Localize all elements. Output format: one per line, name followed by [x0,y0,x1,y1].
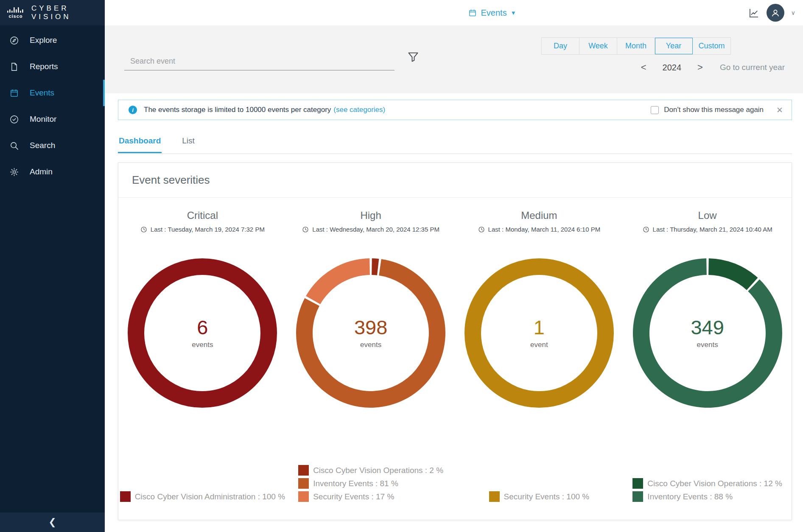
banner-message: The events storage is limited to 10000 e… [144,106,331,114]
period-tab-month[interactable]: Month [617,38,655,54]
clock-icon [643,226,649,233]
sidebar-item-label: Explore [30,36,57,45]
severity-donut-chart[interactable]: 398 events [294,257,447,409]
activity-chart-icon[interactable] [748,7,760,19]
document-icon [9,62,19,72]
app-root: cisco CYBER VISION Explore Reports Event… [0,0,803,532]
severity-title: Low [698,210,717,221]
legend-item[interactable]: Cisco Cyber Vision Operations : 2 % [298,465,443,476]
dont-show-again-label: Don't show this message again [664,106,764,114]
severity-title: High [360,210,381,221]
legend-item[interactable]: Security Events : 17 % [298,491,443,502]
legend-item[interactable]: Inventory Events : 88 % [632,491,782,502]
current-year-value: 2024 [652,63,693,73]
donut-legend: Security Events : 100 % [489,491,590,502]
legend-item[interactable]: Security Events : 100 % [489,491,590,502]
sidebar-item-explore[interactable]: Explore [0,27,105,53]
user-menu-chevron-icon[interactable]: ∨ [791,9,795,16]
severity-last-event: Last : Monday, March 11, 2024 6:10 PM [478,226,601,233]
legend-swatch [120,491,131,502]
clock-icon [302,226,309,233]
chevron-down-icon: ▼ [511,10,516,16]
legend-label: Cisco Cyber Vision Administration : 100 … [135,492,285,501]
legend-item[interactable]: Cisco Cyber Vision Operations : 12 % [632,478,782,489]
panel-title: Event severities [132,174,210,187]
sidebar-header: cisco CYBER VISION [0,0,105,25]
event-severities-panel: Event severities Critical Last : Tuesday… [118,162,792,520]
sidebar-item-label: Search [30,141,55,150]
sidebar-item-monitor[interactable]: Monitor [0,106,105,132]
severity-donut-chart[interactable]: 6 events [126,257,279,409]
severity-donut-chart[interactable]: 349 events [631,257,784,409]
close-icon[interactable]: ✕ [776,105,783,115]
search-field-wrap [124,54,395,70]
sidebar-nav: Explore Reports Events Monitor Search Ad… [0,25,105,185]
cisco-logo-icon: cisco [7,7,25,19]
legend-label: Inventory Events : 81 % [313,479,398,488]
filter-funnel-icon[interactable] [407,50,420,64]
legend-swatch [298,491,309,502]
severity-title: Critical [187,210,218,221]
donut-legend: Cisco Cyber Vision Administration : 100 … [120,491,285,502]
clock-icon [140,226,147,233]
period-tabs: DayWeekMonthYearCustom [541,37,731,55]
filter-band: DayWeekMonthYearCustom < 2024 > Go to cu… [105,25,803,93]
next-year-button[interactable]: > [692,62,708,73]
legend-item[interactable]: Inventory Events : 81 % [298,478,443,489]
sidebar-item-search[interactable]: Search [0,132,105,159]
year-navigation: < 2024 > Go to current year [636,59,785,76]
tab-list[interactable]: List [181,134,196,152]
clock-icon [478,226,485,233]
severity-column-medium: Medium Last : Monday, March 11, 2024 6:1… [455,198,624,520]
user-avatar[interactable] [767,4,784,22]
calendar-icon [9,88,19,98]
legend-label: Cisco Cyber Vision Operations : 12 % [647,479,782,488]
main-area: Events ▼ ∨ [105,0,803,532]
sidebar-item-admin[interactable]: Admin [0,159,105,185]
page-selector-label: Events [481,8,506,18]
severity-column-high: High Last : Wednesday, March 20, 2024 12… [287,198,455,520]
content: i The events storage is limited to 10000… [105,93,803,532]
topbar: Events ▼ ∨ [105,0,803,25]
sidebar-item-label: Events [30,88,54,98]
cisco-wordmark: cisco [8,14,22,19]
sidebar-item-reports[interactable]: Reports [0,53,105,80]
period-tab-day[interactable]: Day [542,38,579,54]
previous-year-button[interactable]: < [636,62,652,73]
compass-icon [9,36,19,45]
brand-name: CYBER VISION [31,4,105,21]
gear-icon [9,167,19,177]
content-tabs: DashboardList [118,134,792,154]
topbar-right: ∨ [748,0,795,25]
monitor-icon [9,115,19,124]
sidebar-item-label: Monitor [30,115,56,124]
sidebar-item-label: Admin [30,167,53,176]
panel-header: Event severities [118,163,792,198]
severity-column-critical: Critical Last : Tuesday, March 19, 2024 … [118,198,287,520]
severity-last-event: Last : Wednesday, March 20, 2024 12:35 P… [302,226,439,233]
severity-last-event: Last : Thursday, March 21, 2024 10:40 AM [643,226,772,233]
sidebar-item-events[interactable]: Events [0,80,105,106]
period-tab-week[interactable]: Week [579,38,617,54]
severity-title: Medium [521,210,557,221]
legend-label: Security Events : 17 % [313,492,394,501]
sidebar-collapse-button[interactable]: ❮ [0,512,105,532]
sidebar: cisco CYBER VISION Explore Reports Event… [0,0,105,532]
legend-swatch [489,491,500,502]
period-tab-custom[interactable]: Custom [693,38,730,54]
tab-dashboard[interactable]: Dashboard [118,134,162,152]
page-selector[interactable]: Events ▼ [468,0,516,25]
period-tab-year[interactable]: Year [655,38,693,54]
legend-swatch [632,491,643,502]
go-to-current-year-link[interactable]: Go to current year [720,63,785,72]
search-input[interactable] [124,54,395,70]
collapse-chevron-icon: ❮ [48,517,56,528]
see-categories-link[interactable]: (see categories) [333,106,385,114]
legend-item[interactable]: Cisco Cyber Vision Administration : 100 … [120,491,285,502]
severity-donut-chart[interactable]: 1 event [463,257,616,409]
sidebar-item-label: Reports [30,62,58,71]
storage-info-banner: i The events storage is limited to 10000… [118,100,792,120]
dont-show-again-checkbox[interactable] [651,106,659,114]
severity-charts: Critical Last : Tuesday, March 19, 2024 … [118,198,792,520]
legend-swatch [298,465,309,476]
